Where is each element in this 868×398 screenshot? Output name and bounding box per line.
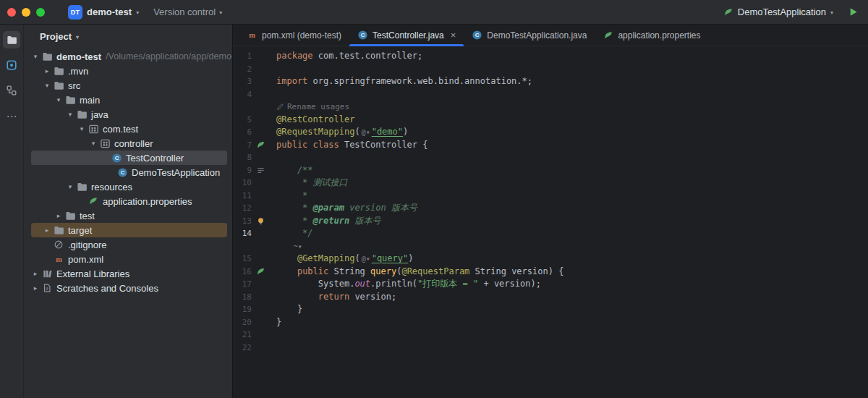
chevron-down-icon[interactable]: ▾ [64,183,76,190]
rename-icon[interactable] [276,103,284,111]
commit-tool-button[interactable] [3,56,20,74]
run-button[interactable] [845,4,861,20]
line-number: 21 [233,329,252,342]
tree-item-label: .mvn [68,66,88,77]
tab-testcontroller-java[interactable]: CTestController.java× [349,25,464,46]
project-folder-tool-button[interactable] [3,31,20,48]
line-number: 3 [233,75,252,88]
code-line: } [269,303,302,316]
class-icon: C [472,30,482,41]
run-config-selector[interactable]: DemoTestApplication ▾ [723,7,833,17]
inlay-hint[interactable]: @▾ [360,128,372,136]
tree-item-label: test [80,211,95,221]
code-token: import [276,76,313,86]
tree-item-src[interactable]: ▾src [24,78,232,93]
chevron-right-icon[interactable]: ▸ [53,212,64,219]
chevron-down-icon[interactable]: ▾ [53,96,64,103]
tree-item-com-test[interactable]: ▾com.test [24,122,232,136]
spring-bean-icon[interactable] [256,267,265,276]
tree-item-scratches-and-consoles[interactable]: ▸Scratches and Consoles [24,281,232,295]
gutter [252,101,269,114]
code-line: @RequestMapping(@▾"demo") [269,126,408,139]
tree-item-controller[interactable]: ▾controller [24,136,232,151]
chevron-down-icon[interactable]: ▾ [30,53,41,60]
gutter [252,190,269,203]
zoom-window-button[interactable] [36,8,45,17]
tree-item-resources[interactable]: ▾resources [24,179,232,194]
tree-item-path: /Volumes/application/app/demo-test [106,51,232,62]
code-editor[interactable]: 1package com.test.controller;23import or… [233,46,868,398]
tab-pom-xml-demo-test[interactable]: mpom.xml (demo-test) [239,25,349,46]
tree-item-label: pom.xml [68,254,103,265]
tree-item-demotestapplication[interactable]: CDemoTestApplication [24,165,232,179]
spring-bean-icon[interactable] [256,140,265,150]
tree-item-java[interactable]: ▾java [24,107,232,122]
chevron-down-icon[interactable]: ▾ [76,125,88,132]
chevron-down-icon[interactable]: ▾ [41,82,53,89]
tree-item-test[interactable]: ▸test [24,208,232,223]
code-row: 13 * @return 版本号 [233,215,868,228]
folder-icon [76,109,88,120]
code-line: package com.test.controller; [269,50,422,63]
chevron-down-icon[interactable]: ▾ [88,140,99,147]
svg-text:m: m [249,31,255,39]
minimize-window-button[interactable] [22,8,30,17]
project-folder-icon [7,35,17,46]
commit-icon [6,59,17,71]
tree-item-main[interactable]: ▾main [24,93,232,107]
close-window-button[interactable] [7,8,16,17]
line-number [233,101,252,114]
chevron-right-icon[interactable]: ▸ [41,226,53,234]
code-token: return [318,292,355,302]
url-string[interactable]: "query" [372,253,409,263]
chevron-right-icon[interactable]: ▸ [30,284,41,292]
chevron-right-icon[interactable]: ▸ [30,270,41,277]
tree-item-label: Scratches and Consoles [56,283,158,294]
line-number: 15 [233,253,252,266]
tree-item-testcontroller[interactable]: CTestController [24,151,232,165]
more-tool-button[interactable]: ⋯ [3,107,20,124]
class-icon: C [357,30,368,41]
close-tab-icon[interactable]: × [451,30,456,41]
tree-item-label: External Libraries [56,268,129,279]
tree-item-label: java [91,109,109,120]
project-badge-icon: DT [68,5,82,20]
project-widget[interactable]: DT demo-test ▾ [65,3,142,22]
editor-tab-bar: mpom.xml (demo-test)CTestController.java… [233,25,868,46]
code-token: @param [313,203,344,213]
tab-application-properties[interactable]: application.properties [595,25,708,46]
gutter [252,266,269,279]
chevron-down-icon[interactable]: ▾ [64,111,76,118]
url-string[interactable]: "demo" [372,127,403,137]
doc-toggle-icon[interactable] [256,166,265,175]
tree-item-mvn[interactable]: ▸.mvn [24,64,232,78]
line-number: 2 [233,63,252,76]
inlay-hint[interactable]: ~▾ [292,242,304,250]
code-token: 版本号 [349,216,380,226]
chevron-right-icon[interactable]: ▸ [41,67,53,75]
folder-icon [53,225,64,236]
code-vision-hint[interactable]: Rename usages [287,102,349,111]
line-number: 7 [233,139,252,152]
inlay-hint[interactable]: @▾ [360,255,372,263]
tab-demotestapplication-java[interactable]: CDemoTestApplication.java [464,25,595,46]
tree-item-pom-xml[interactable]: mpom.xml [24,252,232,266]
version-control-menu[interactable]: Version control ▾ [153,7,222,17]
bulb-icon[interactable] [256,216,265,226]
tree-item-external-libraries[interactable]: ▸External Libraries [24,266,232,281]
code-row: 4 [233,88,868,101]
code-token: org.springframework.web.bind.annotation.… [313,76,532,86]
code-line: @GetMapping(@▾"query") [269,253,413,266]
code-line: return version; [269,291,396,304]
tree-item-label: controller [114,138,153,149]
tree-item-label: demo-test [56,51,101,62]
tree-item-application-properties[interactable]: application.properties [24,194,232,208]
project-panel-header[interactable]: Project ▾ [24,25,232,48]
structure-tool-button[interactable] [3,82,20,99]
tree-item-demo-test[interactable]: ▾demo-test/Volumes/application/app/demo-… [24,49,232,64]
code-token: public class [276,140,344,150]
scratch-icon [41,283,53,293]
tree-item-target[interactable]: ▸target [24,223,232,237]
gutter [252,253,269,266]
tree-item-gitignore[interactable]: .gitignore [24,237,232,252]
